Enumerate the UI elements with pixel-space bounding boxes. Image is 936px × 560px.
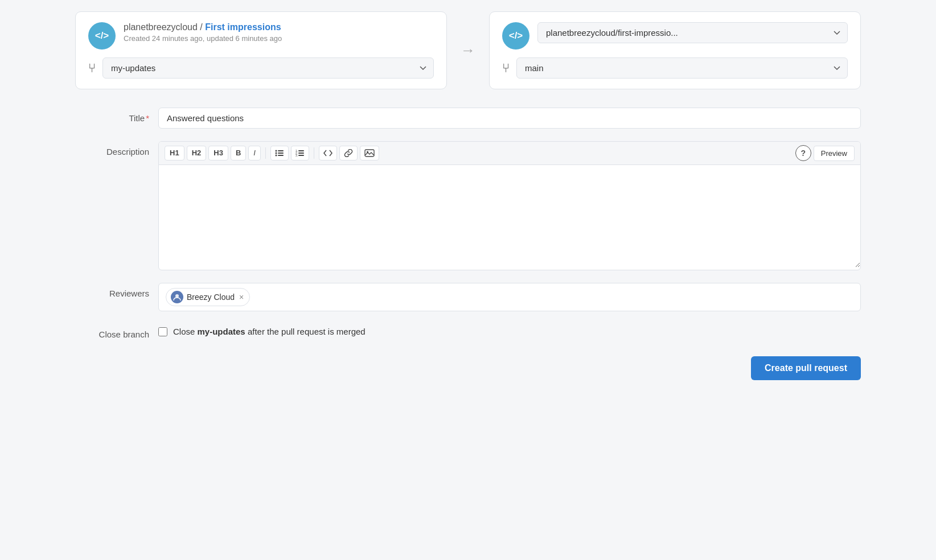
source-branch-icon: ⑂ — [88, 61, 96, 76]
toolbar-italic-button[interactable]: I — [248, 146, 261, 161]
close-branch-content: Close my-updates after the pull request … — [158, 327, 366, 336]
arrow-separator: → — [461, 42, 475, 59]
actions-row: Create pull request — [75, 356, 861, 380]
toolbar-unordered-list-button[interactable] — [270, 146, 289, 160]
form-section: Title* Description H1 H2 H3 B I — [75, 108, 861, 380]
source-repo-meta: Created 24 minutes ago, updated 6 minute… — [124, 34, 282, 43]
svg-text:3.: 3. — [295, 154, 298, 157]
svg-point-0 — [275, 150, 277, 152]
toolbar-image-button[interactable] — [360, 146, 379, 160]
reviewer-remove-button[interactable]: × — [239, 293, 244, 302]
description-row: Description H1 H2 H3 B I — [75, 141, 861, 270]
svg-rect-7 — [298, 150, 304, 151]
svg-rect-9 — [298, 153, 304, 154]
page-wrapper: </> planetbreezycloud / First impression… — [75, 11, 861, 380]
toolbar-bold-button[interactable]: B — [231, 146, 246, 161]
svg-point-2 — [275, 153, 277, 154]
target-repo-card: </> planetbreezycloud/first-impressio...… — [489, 11, 861, 89]
close-branch-bold: my-updates — [198, 327, 245, 336]
target-repo-select[interactable]: planetbreezycloud/first-impressio... — [537, 22, 848, 43]
toolbar-divider-1 — [265, 147, 266, 159]
toolbar-h1-button[interactable]: H1 — [165, 146, 184, 161]
svg-rect-12 — [365, 150, 374, 157]
source-branch-select[interactable]: my-updates — [102, 57, 434, 79]
description-textarea[interactable] — [159, 165, 860, 267]
reviewer-name: Breezy Cloud — [187, 293, 235, 302]
target-repo-avatar: </> — [502, 22, 529, 50]
description-label: Description — [75, 141, 149, 157]
source-repo-link[interactable]: First impressions — [205, 22, 281, 32]
source-repo-card: </> planetbreezycloud / First impression… — [75, 11, 447, 89]
toolbar-link-button[interactable] — [339, 146, 358, 160]
editor-toolbar: H1 H2 H3 B I — [159, 142, 860, 165]
source-repo-name: planetbreezycloud / First impressions — [124, 22, 282, 32]
toolbar-h2-button[interactable]: H2 — [187, 146, 207, 161]
svg-rect-1 — [278, 150, 284, 151]
svg-point-14 — [175, 294, 179, 298]
title-input[interactable] — [158, 108, 861, 129]
source-repo-avatar: </> — [88, 22, 116, 50]
target-branch-icon: ⑂ — [502, 61, 510, 76]
reviewers-label: Reviewers — [75, 283, 149, 298]
toolbar-h3-button[interactable]: H3 — [208, 146, 228, 161]
reviewers-row: Reviewers Breezy Cloud × — [75, 283, 861, 311]
title-label: Title* — [75, 108, 149, 123]
close-branch-row: Close branch Close my-updates after the … — [75, 324, 861, 339]
reviewers-input[interactable]: Breezy Cloud × — [158, 283, 861, 311]
toolbar-preview-button[interactable]: Preview — [814, 146, 855, 161]
svg-rect-11 — [298, 155, 304, 156]
source-branch-row: ⑂ my-updates — [88, 57, 434, 79]
svg-rect-3 — [278, 153, 284, 154]
svg-rect-5 — [278, 155, 284, 156]
create-pr-button[interactable]: Create pull request — [751, 356, 861, 380]
reviewer-tag: Breezy Cloud × — [166, 288, 250, 306]
toolbar-divider-2 — [314, 147, 314, 159]
editor-wrapper: H1 H2 H3 B I — [158, 141, 861, 270]
toolbar-code-button[interactable] — [319, 146, 337, 160]
required-star: * — [146, 113, 149, 123]
repo-section: </> planetbreezycloud / First impression… — [75, 11, 861, 89]
close-branch-label: Close branch — [75, 324, 149, 339]
svg-point-4 — [275, 155, 277, 157]
close-branch-checkbox[interactable] — [158, 327, 167, 336]
target-branch-row: ⑂ main — [502, 57, 848, 79]
reviewer-avatar — [171, 291, 183, 303]
close-branch-text: Close my-updates after the pull request … — [173, 327, 366, 336]
toolbar-ordered-list-button[interactable]: 1. 2. 3. — [291, 146, 309, 160]
source-repo-info: planetbreezycloud / First impressions Cr… — [124, 22, 282, 43]
title-row: Title* — [75, 108, 861, 129]
toolbar-help-button[interactable]: ? — [795, 145, 811, 161]
target-branch-select[interactable]: main — [516, 57, 848, 79]
